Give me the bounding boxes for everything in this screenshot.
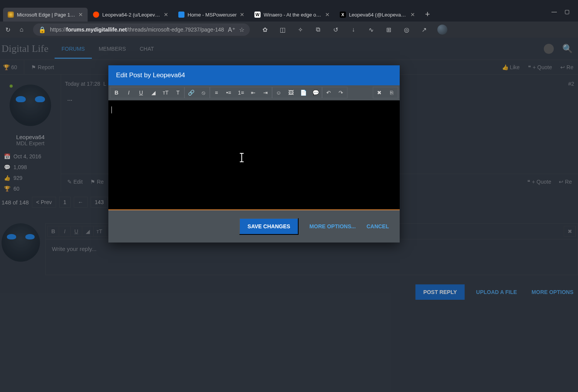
toggle-bb-icon[interactable]: ⎘ bbox=[385, 87, 398, 98]
share-icon[interactable]: ↗ bbox=[420, 25, 429, 34]
underline-icon[interactable]: U bbox=[135, 87, 147, 98]
screenshot-icon[interactable]: ◎ bbox=[402, 25, 411, 34]
text-cursor-icon bbox=[239, 153, 244, 162]
favicon-icon bbox=[93, 12, 99, 18]
url-box[interactable]: 🔒 https://forums.mydigitallife.net/threa… bbox=[33, 23, 250, 36]
tab-label: Leopeva64 (@Leopeva64) / … bbox=[349, 12, 407, 18]
quote-icon[interactable]: 💬 bbox=[309, 87, 322, 98]
browser-tab[interactable]: Home - MSPoweruser ✕ bbox=[174, 8, 249, 22]
outdent-icon[interactable]: ⇤ bbox=[247, 87, 259, 98]
browser-tab[interactable]: W Winaero - At the edge of twe… ✕ bbox=[250, 8, 334, 22]
favicon-icon bbox=[178, 12, 184, 18]
image-icon[interactable]: 🖼 bbox=[285, 87, 297, 98]
modal-toolbar: BIU◢тTT 🔗⦸ ≡•≡1≡⇤⇥ ☺🖼📄💬 ↶↷ ✖⎘ bbox=[108, 85, 400, 100]
performance-icon[interactable]: ∿ bbox=[367, 25, 376, 34]
size-icon[interactable]: тT bbox=[159, 87, 172, 98]
close-icon[interactable]: ✕ bbox=[410, 12, 415, 18]
minimize-icon[interactable]: — bbox=[551, 8, 557, 15]
lock-icon: 🔒 bbox=[38, 26, 46, 33]
color-icon[interactable]: ◢ bbox=[147, 87, 159, 98]
window-controls: — ▢ bbox=[546, 5, 575, 22]
extensions-icon[interactable]: ✿ bbox=[261, 25, 270, 34]
tab-label: Winaero - At the edge of twe… bbox=[264, 12, 322, 18]
home-icon[interactable]: ⌂ bbox=[17, 25, 26, 34]
favicon-icon: X bbox=[340, 12, 346, 18]
text-caret bbox=[111, 106, 112, 113]
close-icon[interactable]: ✕ bbox=[78, 12, 83, 18]
browser-tab[interactable]: X Leopeva64 (@Leopeva64) / … ✕ bbox=[335, 8, 420, 22]
italic-icon[interactable]: I bbox=[123, 87, 135, 98]
close-icon[interactable]: ✕ bbox=[325, 12, 330, 18]
browser-tab[interactable]: Microsoft Edge | Page 148 | … ✕ bbox=[3, 8, 88, 22]
modal-footer: SAVE CHANGES MORE OPTIONS... CANCEL bbox=[108, 210, 400, 243]
favorites-icon[interactable]: ✧ bbox=[296, 25, 305, 34]
tab-label: Microsoft Edge | Page 148 | … bbox=[17, 12, 75, 18]
history-icon[interactable]: ↺ bbox=[331, 25, 340, 34]
ulist-icon[interactable]: •≡ bbox=[223, 87, 235, 98]
emoji-icon[interactable]: ☺ bbox=[272, 87, 285, 98]
undo-icon[interactable]: ↶ bbox=[322, 87, 335, 98]
browser-tab-bar: Microsoft Edge | Page 148 | … ✕ Leopeva6… bbox=[0, 0, 578, 22]
new-tab-button[interactable]: + bbox=[420, 7, 435, 22]
favicon-icon: W bbox=[254, 12, 261, 18]
favorite-icon[interactable]: ☆ bbox=[239, 26, 244, 33]
clear-format-icon[interactable]: ✖ bbox=[373, 87, 385, 98]
toolbar-icons: ✿ ◫ ✧ ⧉ ↺ ↓ ∿ ⊞ ◎ ↗ bbox=[261, 25, 447, 35]
tab-label: Home - MSPoweruser bbox=[188, 12, 237, 18]
refresh-icon[interactable]: ↻ bbox=[3, 25, 12, 34]
link-icon[interactable]: 🔗 bbox=[185, 87, 197, 98]
olist-icon[interactable]: 1≡ bbox=[235, 87, 247, 98]
modal-editor[interactable] bbox=[108, 100, 400, 210]
font-icon[interactable]: T bbox=[172, 87, 184, 98]
downloads-icon[interactable]: ↓ bbox=[349, 25, 358, 34]
profile-avatar-icon[interactable] bbox=[437, 25, 447, 35]
close-icon[interactable]: ✕ bbox=[240, 12, 244, 18]
modal-title: Edit Post by Leopeva64 bbox=[108, 65, 400, 85]
indent-icon[interactable]: ⇥ bbox=[259, 87, 272, 98]
maximize-icon[interactable]: ▢ bbox=[565, 8, 570, 15]
align-icon[interactable]: ≡ bbox=[210, 87, 223, 98]
more-options-button[interactable]: MORE OPTIONS... bbox=[309, 223, 356, 229]
unlink-icon[interactable]: ⦸ bbox=[197, 87, 209, 98]
edit-post-modal: Edit Post by Leopeva64 BIU◢тTT 🔗⦸ ≡•≡1≡⇤… bbox=[108, 65, 400, 243]
split-icon[interactable]: ◫ bbox=[278, 25, 287, 34]
close-icon[interactable]: ✕ bbox=[164, 12, 168, 18]
redo-icon[interactable]: ↷ bbox=[335, 87, 347, 98]
browser-tab[interactable]: Leopeva64-2 (u/Leopeva64… ✕ bbox=[88, 8, 173, 22]
bold-icon[interactable]: B bbox=[110, 87, 123, 98]
favicon-icon bbox=[8, 12, 14, 18]
tab-label: Leopeva64-2 (u/Leopeva64… bbox=[102, 12, 161, 18]
collections-icon[interactable]: ⧉ bbox=[314, 25, 323, 34]
address-bar: ↻ ⌂ 🔒 https://forums.mydigitallife.net/t… bbox=[0, 22, 578, 38]
apps-icon[interactable]: ⊞ bbox=[384, 25, 394, 34]
save-changes-button[interactable]: SAVE CHANGES bbox=[239, 218, 299, 235]
file-icon[interactable]: 📄 bbox=[297, 87, 309, 98]
url-text: https://forums.mydigitallife.net/threads… bbox=[50, 27, 224, 33]
reader-icon[interactable]: A⁺ bbox=[228, 26, 235, 33]
cancel-button[interactable]: CANCEL bbox=[367, 223, 389, 229]
